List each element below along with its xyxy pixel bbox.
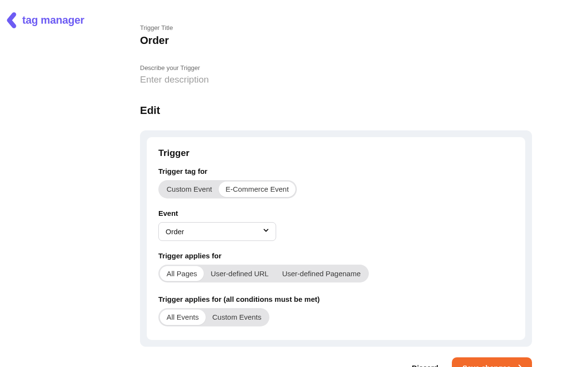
chevron-right-icon xyxy=(517,364,523,367)
pill-user-defined-url[interactable]: User-defined URL xyxy=(204,266,275,282)
save-button[interactable]: Save changes xyxy=(452,357,532,367)
pill-all-events[interactable]: All Events xyxy=(160,310,206,325)
conditions-group: All Events Custom Events xyxy=(158,308,269,326)
trigger-title-label: Trigger Title xyxy=(140,24,532,31)
event-select[interactable]: Order xyxy=(158,222,276,241)
app-logo: tag manager xyxy=(7,12,84,29)
pill-user-defined-pagename[interactable]: User-defined Pagename xyxy=(275,266,367,282)
trigger-panel: Trigger Trigger tag for Custom Event E-C… xyxy=(140,130,532,347)
conditions-label: Trigger applies for (all conditions must… xyxy=(158,295,514,303)
pill-ecommerce-event[interactable]: E-Commerce Event xyxy=(219,182,295,197)
description-input[interactable] xyxy=(140,74,532,85)
discard-button[interactable]: Discard xyxy=(412,364,438,367)
save-button-label: Save changes xyxy=(462,364,511,367)
trigger-tag-for-group: Custom Event E-Commerce Event xyxy=(158,180,297,198)
applies-for-group: All Pages User-defined URL User-defined … xyxy=(158,265,369,283)
pill-all-pages[interactable]: All Pages xyxy=(160,266,204,282)
pill-custom-events[interactable]: Custom Events xyxy=(206,310,268,325)
logo-icon xyxy=(7,12,18,29)
trigger-tag-for-label: Trigger tag for xyxy=(158,167,514,175)
logo-text: tag manager xyxy=(22,14,84,27)
panel-title: Trigger xyxy=(158,148,514,158)
pill-custom-event[interactable]: Custom Event xyxy=(160,182,219,197)
applies-for-label: Trigger applies for xyxy=(158,252,514,260)
edit-heading: Edit xyxy=(140,104,532,117)
event-label: Event xyxy=(158,209,514,217)
trigger-title-value[interactable]: Order xyxy=(140,34,532,47)
describe-label: Describe your Trigger xyxy=(140,64,532,71)
